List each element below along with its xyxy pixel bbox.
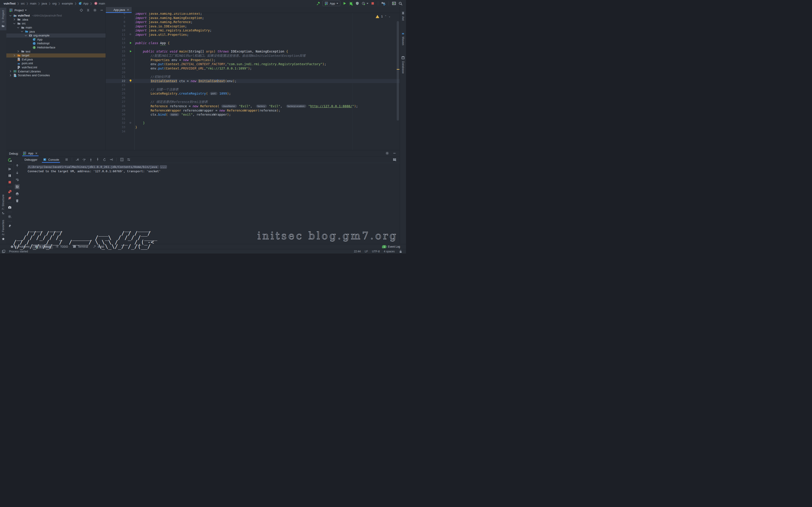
chevron-right-icon[interactable] bbox=[16, 49, 20, 53]
stripe-button-project[interactable]: 1: Project bbox=[0, 8, 6, 30]
console-output[interactable]: /Library/Java/JavaVirtualMachines/jdk1.8… bbox=[21, 163, 400, 173]
code-line-19[interactable]: 19 env.put(Context.PROVIDER_URL,"rmi://1… bbox=[106, 66, 400, 71]
event-log-button[interactable]: 1 Event Log bbox=[382, 245, 406, 248]
gutter-marks[interactable] bbox=[126, 70, 135, 75]
gutter-marks[interactable] bbox=[126, 41, 135, 45]
evaluate-expression-button[interactable] bbox=[120, 158, 124, 162]
tree-item-pom-xml[interactable]: mpom.xml bbox=[6, 61, 106, 65]
fold-start-icon[interactable] bbox=[129, 33, 133, 37]
tree-item-org-example[interactable]: org.example bbox=[6, 34, 106, 38]
gutter-marks[interactable] bbox=[126, 88, 135, 92]
tree-item-main[interactable]: main bbox=[6, 25, 106, 30]
code-line-32[interactable]: 32 } bbox=[106, 121, 400, 125]
status-item[interactable]: LF bbox=[365, 250, 368, 253]
soft-wrap-button[interactable] bbox=[15, 177, 20, 182]
gutter-marks[interactable] bbox=[126, 16, 135, 20]
breadcrumb-item[interactable]: java bbox=[41, 2, 48, 5]
stripe-button-2-favorites[interactable]: 2: Favorites bbox=[0, 218, 6, 243]
chevron-down-icon[interactable] bbox=[12, 21, 16, 25]
gutter-marks[interactable] bbox=[126, 117, 135, 121]
run-gutter-icon[interactable] bbox=[129, 50, 133, 54]
view-tab-debugger[interactable]: Debugger bbox=[22, 157, 40, 163]
debug-bug-icon[interactable] bbox=[349, 1, 353, 5]
hammer-icon[interactable] bbox=[316, 1, 320, 5]
console-line[interactable]: /Library/Java/JavaVirtualMachines/jdk1.8… bbox=[28, 165, 400, 169]
chevron-down-icon[interactable] bbox=[24, 34, 28, 38]
code-line-23[interactable]: 23 bbox=[106, 83, 400, 88]
tree-item-external-libraries[interactable]: External Libraries bbox=[6, 69, 106, 73]
gutter-marks[interactable] bbox=[126, 66, 135, 71]
code-line-25[interactable]: 25 LocateRegistry.createRegistry( port: … bbox=[106, 92, 400, 96]
run-to-cursor-button[interactable] bbox=[109, 158, 113, 162]
layout-settings-button[interactable] bbox=[392, 158, 400, 162]
tree-item-vulntest[interactable]: vulnTest~/d4m1ts/java/vulnTest bbox=[6, 13, 106, 18]
show-execution-point-button[interactable] bbox=[75, 158, 79, 162]
code-line-31[interactable]: 31 bbox=[106, 117, 400, 121]
prev-warning-icon[interactable]: ⌃ bbox=[385, 15, 387, 18]
code-line-15[interactable]: 15 public static void main(String[] args… bbox=[106, 49, 400, 54]
code-line-13[interactable]: 13public class App { bbox=[106, 41, 400, 45]
project-structure-icon[interactable] bbox=[381, 1, 386, 5]
code-line-22[interactable]: 22 InitialContext ctx = new InitialConte… bbox=[106, 79, 400, 83]
get-thread-dump-button[interactable] bbox=[7, 205, 12, 210]
gutter-marks[interactable] bbox=[126, 62, 135, 66]
gutter-marks[interactable] bbox=[126, 37, 135, 41]
code-line-11[interactable]: 11import java.util.Properties; bbox=[106, 33, 400, 37]
code-line-7[interactable]: 7import javax.naming.NamingException; bbox=[106, 16, 400, 20]
breadcrumb-item[interactable]: example bbox=[61, 2, 73, 5]
fold-start-icon[interactable] bbox=[129, 121, 133, 125]
folded-output[interactable]: ... bbox=[160, 165, 167, 169]
tree-item-helloimpl[interactable]: CHelloImpl bbox=[6, 42, 106, 46]
breadcrumb-item[interactable]: org bbox=[52, 2, 57, 5]
code-line-6[interactable]: 6import javax.naming.InitialContext; bbox=[106, 13, 400, 16]
stripe-button-ant[interactable]: Ant bbox=[401, 9, 405, 23]
tree-item-vulntest-iml[interactable]: vulnTest.iml bbox=[6, 65, 106, 69]
stripe-button-maven[interactable]: mMaven bbox=[401, 29, 405, 48]
clear-all-button[interactable] bbox=[15, 198, 20, 203]
view-breakpoints-button[interactable] bbox=[7, 189, 12, 194]
breadcrumb-item[interactable]: mmain bbox=[93, 1, 106, 5]
print-button[interactable] bbox=[15, 191, 20, 196]
close-icon[interactable]: ✕ bbox=[35, 152, 38, 155]
chevron-right-icon[interactable] bbox=[12, 17, 16, 21]
code-line-34[interactable]: 34 bbox=[106, 129, 400, 134]
status-item[interactable]: 4 spaces bbox=[384, 250, 395, 253]
run-gutter-icon[interactable] bbox=[129, 41, 133, 45]
tab-app-java[interactable]: App.java ✕ bbox=[106, 7, 132, 13]
gutter-marks[interactable] bbox=[126, 92, 135, 96]
tree-item-hellointerface[interactable]: IHelloInterface bbox=[6, 46, 106, 50]
code-line-27[interactable]: 27 // 绑定恶意的Reference到rmi注册表 bbox=[106, 100, 400, 104]
chevron-down-icon[interactable] bbox=[8, 13, 12, 18]
view-tab-console[interactable]: Console bbox=[41, 157, 61, 163]
scroll-to-end-button[interactable] bbox=[15, 184, 20, 189]
error-stripe-mark[interactable] bbox=[397, 69, 399, 70]
stop-icon[interactable] bbox=[371, 1, 375, 5]
breadcrumb[interactable]: vulnTest❯src❯main❯java❯org❯example❯CApp❯… bbox=[0, 1, 106, 5]
tree-item-src[interactable]: src bbox=[6, 21, 106, 25]
unlocked-icon[interactable] bbox=[399, 249, 403, 253]
step-into-button[interactable] bbox=[89, 158, 93, 162]
coverage-icon[interactable] bbox=[355, 1, 359, 5]
gear-icon[interactable] bbox=[93, 8, 97, 12]
code-lines[interactable]: 6import javax.naming.InitialContext;7imp… bbox=[106, 13, 400, 133]
code-line-29[interactable]: 29 ReferenceWrapper referenceWrapper = n… bbox=[106, 108, 400, 113]
run-config-selector[interactable]: App bbox=[322, 1, 340, 6]
gutter-marks[interactable] bbox=[126, 49, 135, 54]
tree-item-test[interactable]: test bbox=[6, 49, 106, 53]
gutter-marks[interactable] bbox=[126, 58, 135, 62]
code-line-16[interactable]: 16 //配置JNDI工厂和JNDI的url和端口。如果没有配置这些信息，会出现… bbox=[106, 54, 400, 58]
stripe-button-database[interactable]: Database bbox=[401, 53, 405, 76]
tree-item-evil-java[interactable]: Evil.java bbox=[6, 57, 106, 62]
breadcrumb-item[interactable]: CApp bbox=[78, 1, 89, 5]
resume-program-button[interactable] bbox=[7, 167, 12, 172]
console-history-button[interactable] bbox=[64, 158, 69, 162]
stop-process-button[interactable] bbox=[7, 180, 12, 185]
warning-icon[interactable] bbox=[376, 15, 379, 18]
run-icon[interactable] bbox=[343, 1, 347, 5]
step-out-button[interactable] bbox=[96, 158, 100, 162]
gutter-marks[interactable] bbox=[126, 45, 135, 50]
code-viewport[interactable]: 6import javax.naming.InitialContext;7imp… bbox=[106, 13, 400, 150]
gutter-marks[interactable] bbox=[126, 28, 135, 33]
project-view-title[interactable]: Project bbox=[14, 9, 23, 12]
gutter-marks[interactable] bbox=[126, 75, 135, 79]
